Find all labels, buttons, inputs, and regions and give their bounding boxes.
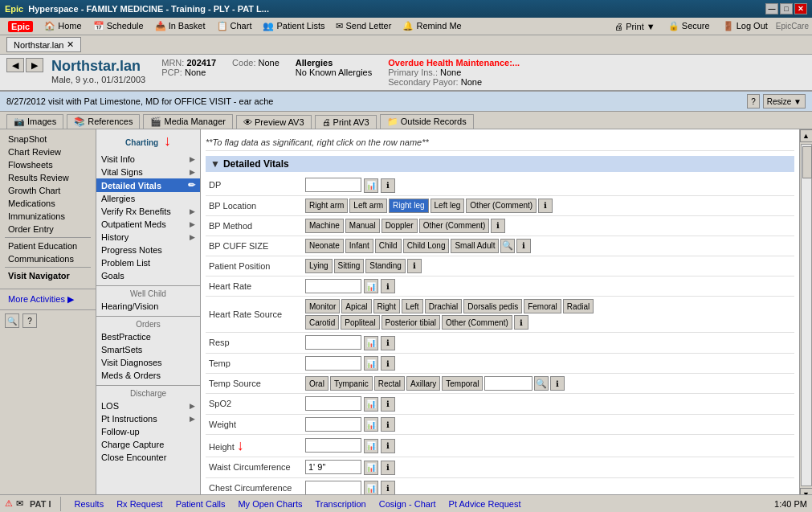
close-btn[interactable]: ✕ [794, 3, 807, 14]
bp-method-machine[interactable]: Machine [305, 219, 344, 233]
heart-rate-input[interactable] [305, 279, 361, 293]
spo2-input[interactable] [305, 396, 361, 411]
bp-cuff-child-long[interactable]: Child Long [403, 239, 450, 253]
allergies-item[interactable]: Allergies [96, 192, 200, 205]
visit-info-item[interactable]: Visit Info ▶ [96, 153, 200, 166]
status-pt-advice[interactable]: Pt Advice Request [446, 499, 524, 509]
nav-back-btn[interactable]: ◀ [6, 58, 24, 72]
more-activities-btn[interactable]: More Activities ▶ [5, 293, 91, 306]
close-encounter-item[interactable]: Close Encounter [96, 451, 200, 464]
print-menu[interactable]: 🖨 Print ▼ [610, 20, 660, 33]
temp-input[interactable] [305, 356, 361, 371]
bestpractice-item[interactable]: BestPractice [96, 330, 200, 343]
weight-info-btn[interactable]: ℹ [381, 417, 395, 432]
verify-rx-item[interactable]: Verify Rx Benefits ▶ [96, 205, 200, 218]
bp-cuff-search-btn[interactable]: 🔍 [500, 239, 515, 253]
bp-method-info-btn[interactable]: ℹ [491, 219, 505, 233]
sidebar-item-communications[interactable]: Communications [5, 252, 91, 265]
sidebar-item-visit-navigator[interactable]: Visit Navigator [5, 267, 91, 282]
hr-src-femoral[interactable]: Femoral [524, 299, 561, 313]
outpatient-meds-item[interactable]: Outpatient Meds ▶ [96, 218, 200, 231]
bp-loc-right-leg[interactable]: Right leg [389, 199, 428, 213]
sidebar-item-medications[interactable]: Medications [5, 197, 91, 210]
visit-diagnoses-item[interactable]: Visit Diagnoses [96, 356, 200, 369]
sidebar-item-order-entry[interactable]: Order Entry [5, 223, 91, 236]
secure-menu[interactable]: 🔒 Secure [663, 19, 715, 33]
spo2-chart-btn[interactable]: 📊 [364, 397, 378, 412]
sidebar-item-patient-education[interactable]: Patient Education [5, 237, 91, 252]
maximize-btn[interactable]: □ [780, 3, 793, 14]
spo2-info-btn[interactable]: ℹ [381, 397, 395, 412]
sidebar-item-immunizations[interactable]: Immunizations [5, 210, 91, 223]
vital-signs-item[interactable]: Vital Signs ▶ [96, 166, 200, 178]
bp-loc-right-arm[interactable]: Right arm [305, 199, 348, 213]
dp-info-btn[interactable]: ℹ [381, 178, 395, 193]
dp-chart-btn[interactable]: 📊 [364, 178, 378, 193]
sidebar-item-growth-chart[interactable]: Growth Chart [5, 184, 91, 197]
schedule-menu[interactable]: 📅 Schedule [88, 19, 149, 33]
hr-src-radial[interactable]: Radial [563, 299, 594, 313]
height-input[interactable] [305, 438, 361, 453]
waist-chart-btn[interactable]: 📊 [364, 461, 378, 475]
sidebar-item-chart-review[interactable]: Chart Review [5, 145, 91, 158]
position-sitting[interactable]: Sitting [334, 259, 365, 273]
epic-button[interactable]: Epic [3, 19, 38, 34]
status-patient-calls[interactable]: Patient Calls [173, 499, 229, 509]
scroll-up-btn[interactable]: ▲ [800, 129, 813, 142]
goals-item[interactable]: Goals [96, 269, 200, 282]
media-manager-tab[interactable]: 🎬 Media Manager [143, 114, 233, 129]
pt-instructions-item[interactable]: Pt Instructions ▶ [96, 412, 200, 425]
remind-me-menu[interactable]: 🔔 Remind Me [398, 19, 466, 33]
bp-cuff-small-adult[interactable]: Small Adult [451, 239, 499, 253]
dp-input[interactable] [305, 178, 361, 192]
chest-chart-btn[interactable]: 📊 [364, 481, 378, 495]
status-results[interactable]: Results [71, 499, 107, 509]
hearing-vision-item[interactable]: Hearing/Vision [96, 300, 200, 313]
status-cosign[interactable]: Cosign - Chart [376, 499, 439, 509]
resp-input[interactable] [305, 335, 361, 350]
collapse-icon[interactable]: ▼ [210, 158, 220, 170]
bp-cuff-neonate[interactable]: Neonate [305, 239, 344, 253]
references-tab[interactable]: 📚 References [67, 114, 140, 129]
bp-method-other[interactable]: Other (Comment) [419, 219, 490, 233]
temp-src-search[interactable]: 🔍 [534, 376, 549, 391]
chest-circ-input[interactable] [305, 481, 361, 495]
sidebar-item-results-review[interactable]: Results Review [5, 171, 91, 184]
heart-rate-chart-btn[interactable]: 📊 [364, 279, 378, 293]
temp-src-temporal[interactable]: Temporal [442, 376, 483, 391]
progress-notes-item[interactable]: Progress Notes [96, 244, 200, 256]
follow-up-item[interactable]: Follow-up [96, 425, 200, 438]
history-item[interactable]: History ▶ [96, 231, 200, 244]
hr-src-info-btn[interactable]: ℹ [514, 315, 528, 330]
hr-src-posterior[interactable]: Posterior tibial [382, 315, 440, 330]
print-av3-tab[interactable]: 🖨 Print AV3 [315, 115, 377, 129]
hr-src-drachial[interactable]: Drachial [425, 299, 463, 313]
temp-src-oral[interactable]: Oral [305, 376, 328, 391]
bp-loc-info-btn[interactable]: ℹ [538, 199, 553, 213]
weight-chart-btn[interactable]: 📊 [364, 417, 378, 432]
nav-forward-btn[interactable]: ▶ [26, 58, 43, 72]
status-my-open-charts[interactable]: My Open Charts [235, 499, 305, 509]
position-lying[interactable]: Lying [305, 259, 333, 273]
meds-orders-item[interactable]: Meds & Orders [96, 369, 200, 382]
resp-chart-btn[interactable]: 📊 [364, 336, 378, 350]
temp-src-rectal[interactable]: Rectal [374, 376, 405, 391]
height-chart-btn[interactable]: 📊 [364, 439, 378, 453]
home-menu[interactable]: 🏠 Home [39, 19, 86, 33]
hr-src-right[interactable]: Right [373, 299, 400, 313]
los-item[interactable]: LOS ▶ [96, 399, 200, 412]
status-rx-request[interactable]: Rx Request [113, 499, 165, 509]
waist-circ-input[interactable] [305, 460, 361, 474]
preview-av3-tab[interactable]: 👁 Preview AV3 [236, 115, 312, 129]
sidebar-item-snapshot[interactable]: SnapShot [5, 133, 91, 145]
temp-info-btn[interactable]: ℹ [381, 356, 395, 371]
position-info-btn[interactable]: ℹ [407, 259, 422, 273]
patient-lists-menu[interactable]: 👥 Patient Lists [258, 19, 329, 33]
hr-src-popliteal[interactable]: Popliteal [341, 315, 379, 330]
weight-input[interactable] [305, 417, 361, 432]
hr-src-apical[interactable]: Apical [341, 299, 371, 313]
temp-src-text[interactable] [484, 376, 532, 391]
search-sidebar-btn[interactable]: 🔍 [5, 313, 19, 328]
in-basket-menu[interactable]: 📥 In Basket [150, 19, 210, 33]
hr-src-left[interactable]: Left [402, 299, 423, 313]
